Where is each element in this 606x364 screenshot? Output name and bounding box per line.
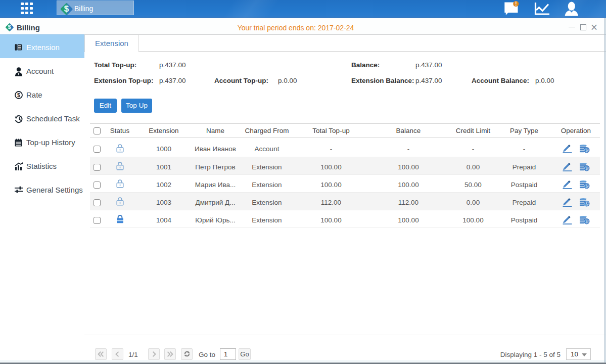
svg-text:$: $ (585, 184, 588, 189)
svg-text:!: ! (515, 1, 517, 7)
svg-text:$: $ (17, 92, 20, 98)
svg-text:$: $ (585, 166, 588, 171)
svg-text:$: $ (585, 148, 588, 153)
svg-text:$: $ (585, 201, 588, 206)
svg-text:$: $ (585, 219, 588, 224)
